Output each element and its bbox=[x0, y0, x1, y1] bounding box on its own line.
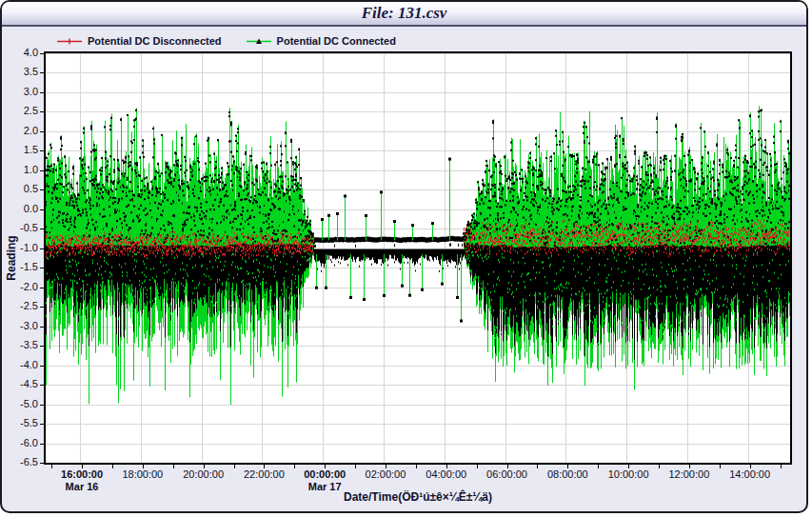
x-tick-mark bbox=[264, 465, 265, 468]
x-tick-mark bbox=[355, 465, 356, 468]
y-tick-mark bbox=[40, 268, 44, 268]
y-tick-label: 4.0 bbox=[2, 47, 38, 58]
y-tick-label: -3.5 bbox=[2, 339, 38, 350]
y-tick-label: 0.5 bbox=[2, 183, 38, 194]
x-tick-label: 02:00:00 bbox=[366, 468, 406, 481]
x-tick-mark bbox=[537, 465, 538, 468]
y-tick-mark bbox=[40, 463, 44, 464]
x-tick-mark bbox=[204, 465, 205, 468]
y-tick-mark bbox=[40, 385, 44, 386]
x-tick-mark bbox=[416, 465, 417, 468]
legend-label-connected: Potential DC Connected bbox=[277, 35, 396, 47]
x-tick-mark bbox=[82, 465, 83, 468]
x-tick-mark bbox=[720, 465, 721, 468]
x-tick-mark bbox=[507, 465, 508, 468]
x-tick-mark bbox=[567, 465, 568, 468]
x-tick-label: 06:00:00 bbox=[486, 468, 527, 481]
y-axis-title: Reading bbox=[5, 229, 18, 287]
y-tick-label: 2.5 bbox=[2, 105, 38, 116]
legend-item-disconnected: Potential DC Disconnected bbox=[57, 35, 222, 47]
y-tick-label: -5.0 bbox=[2, 398, 38, 409]
y-tick-mark bbox=[40, 150, 44, 151]
y-tick-mark bbox=[40, 288, 44, 288]
legend-label-disconnected: Potential DC Disconnected bbox=[88, 35, 222, 47]
y-tick-label: -2.0 bbox=[2, 281, 38, 292]
y-tick-mark bbox=[40, 307, 44, 308]
line-triangle-icon bbox=[247, 37, 271, 46]
y-tick-label: -2.5 bbox=[2, 300, 38, 311]
x-tick-mark bbox=[446, 465, 447, 468]
y-tick-mark bbox=[40, 327, 44, 328]
plot-area bbox=[44, 51, 792, 465]
y-tick-label: 3.5 bbox=[2, 66, 38, 77]
x-tick-label: 16:00:00Mar 16 bbox=[61, 468, 103, 493]
x-tick-mark bbox=[750, 465, 751, 468]
y-tick-mark bbox=[40, 405, 44, 406]
legend-item-connected: Potential DC Connected bbox=[247, 35, 396, 47]
y-tick-mark bbox=[40, 209, 44, 210]
x-tick-mark bbox=[294, 465, 295, 468]
y-tick-label: -6.0 bbox=[2, 437, 38, 448]
y-tick-mark bbox=[40, 424, 44, 425]
y-tick-label: -4.5 bbox=[2, 378, 38, 389]
x-tick-mark bbox=[51, 465, 52, 468]
y-tick-label: -1.5 bbox=[2, 261, 38, 272]
chart-panel: Potential DC Disconnected Potential DC C… bbox=[2, 27, 806, 511]
app-window: File: 131.csv Potential DC Disconnected … bbox=[0, 0, 808, 513]
x-tick-mark bbox=[234, 465, 235, 468]
y-tick-label: 1.5 bbox=[2, 144, 38, 155]
x-tick-mark bbox=[386, 465, 386, 468]
y-tick-label: -1.0 bbox=[2, 242, 38, 253]
x-tick-label: 22:00:00 bbox=[244, 468, 285, 481]
y-tick-mark bbox=[40, 444, 44, 445]
x-tick-label: 08:00:00 bbox=[547, 468, 588, 481]
y-tick-mark bbox=[40, 170, 44, 171]
y-tick-mark bbox=[40, 131, 44, 132]
x-tick-mark bbox=[628, 465, 629, 468]
y-tick-mark bbox=[40, 53, 44, 54]
y-tick-label: -0.5 bbox=[2, 222, 38, 233]
x-tick-label: 10:00:00 bbox=[608, 468, 649, 481]
y-tick-label: -4.0 bbox=[2, 359, 38, 370]
y-tick-label: 1.0 bbox=[2, 164, 38, 175]
y-tick-label: -3.0 bbox=[2, 320, 38, 331]
x-tick-mark bbox=[659, 465, 660, 468]
chart-legend: Potential DC Disconnected Potential DC C… bbox=[57, 35, 396, 47]
x-tick-mark bbox=[112, 465, 113, 468]
y-tick-label: -5.5 bbox=[2, 417, 38, 428]
x-tick-mark bbox=[477, 465, 478, 468]
x-tick-mark bbox=[598, 465, 599, 468]
x-tick-mark bbox=[781, 465, 782, 468]
y-tick-label: 3.0 bbox=[2, 86, 38, 97]
x-tick-label: 20:00:00 bbox=[183, 468, 224, 481]
y-tick-label: 2.0 bbox=[2, 125, 38, 136]
chart-canvas bbox=[46, 53, 790, 463]
y-tick-mark bbox=[40, 92, 44, 93]
x-tick-mark bbox=[325, 465, 326, 468]
y-tick-mark bbox=[40, 249, 44, 249]
x-tick-label: 04:00:00 bbox=[426, 468, 466, 481]
y-tick-mark bbox=[40, 366, 44, 367]
x-tick-label: 00:00:00Mar 17 bbox=[304, 468, 346, 493]
y-tick-mark bbox=[40, 189, 44, 190]
y-tick-label: 0.0 bbox=[2, 203, 38, 214]
x-tick-mark bbox=[689, 465, 690, 468]
x-tick-mark bbox=[173, 465, 174, 468]
window-title: File: 131.csv bbox=[362, 4, 447, 23]
x-tick-label: 14:00:00 bbox=[729, 468, 770, 481]
x-tick-label: 12:00:00 bbox=[668, 468, 709, 481]
y-tick-mark bbox=[40, 346, 44, 347]
x-axis-title: Date/Time(ÖÐ¹ú±ê×¼Ê±¼ä) bbox=[344, 490, 492, 504]
window-titlebar: File: 131.csv bbox=[2, 2, 806, 27]
x-tick-label: 18:00:00 bbox=[122, 468, 163, 481]
y-tick-mark bbox=[40, 72, 44, 73]
y-tick-mark bbox=[40, 111, 44, 112]
y-tick-label: -6.5 bbox=[2, 456, 38, 467]
y-tick-mark bbox=[40, 229, 44, 229]
line-cross-icon bbox=[57, 37, 82, 46]
x-tick-mark bbox=[143, 465, 144, 468]
